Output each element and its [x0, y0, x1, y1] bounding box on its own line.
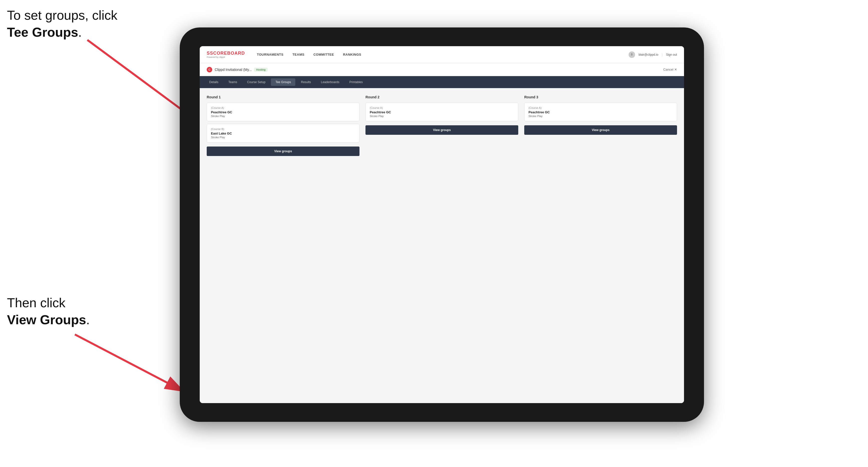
round-1-course-a-format: Stroke Play — [211, 115, 355, 118]
tab-tee-groups[interactable]: Tee Groups — [271, 79, 295, 86]
round-1-title: Round 1 — [207, 95, 360, 99]
nav-teams[interactable]: TEAMS — [292, 53, 304, 56]
tab-bar: Details Teams Course Setup Tee Groups Re… — [200, 76, 684, 88]
top-nav: SSCOREBOARD Powered by clippit TOURNAMEN… — [200, 46, 684, 63]
round-1-course-b-label: (Course B) — [211, 128, 355, 130]
logo-area: SSCOREBOARD Powered by clippit — [207, 51, 245, 58]
round-3-course-a-name: Peachtree GC — [528, 110, 673, 114]
rounds-container: Round 1 (Course A) Peachtree GC Stroke P… — [207, 95, 677, 156]
sign-out-link[interactable]: Sign out — [666, 53, 677, 56]
instruction-top: To set groups, click Tee Groups. — [7, 7, 117, 41]
tournament-name: Clippd Invitational (My... — [215, 68, 252, 72]
round-2-course-a-card: (Course A) Peachtree GC Stroke Play — [366, 102, 518, 121]
user-avatar: B — [629, 52, 635, 58]
round-1-course-b-card: (Course B) East Lake GC Stroke Play — [207, 124, 360, 143]
instruction-tee-groups-bold: Tee Groups — [7, 25, 78, 39]
round-2-title: Round 2 — [366, 95, 518, 99]
svg-line-3 — [75, 335, 185, 392]
user-area: B blair@clippd.io | Sign out — [629, 52, 677, 58]
round-1-course-a-label: (Course A) — [211, 106, 355, 109]
tab-details[interactable]: Details — [205, 79, 223, 86]
nav-tournaments[interactable]: TOURNAMENTS — [257, 53, 283, 56]
hosting-badge: Hosting — [254, 68, 267, 72]
round-2-column: Round 2 (Course A) Peachtree GC Stroke P… — [366, 95, 518, 156]
round-3-column: Round 3 (Course A) Peachtree GC Stroke P… — [524, 95, 677, 156]
round-1-course-b-name: East Lake GC — [211, 131, 355, 135]
view-groups-round-2-button[interactable]: View groups — [366, 125, 518, 135]
tablet-device: SSCOREBOARD Powered by clippit TOURNAMEN… — [180, 27, 704, 422]
tab-course-setup[interactable]: Course Setup — [243, 79, 270, 86]
round-1-course-b-format: Stroke Play — [211, 136, 355, 139]
logo-sub: Powered by clippit — [207, 56, 245, 58]
user-email: blair@clippd.io — [639, 53, 658, 56]
round-1-course-a-card: (Course A) Peachtree GC Stroke Play — [207, 102, 360, 121]
cancel-button[interactable]: Cancel ✕ — [663, 68, 677, 71]
round-2-course-a-name: Peachtree GC — [370, 110, 514, 114]
round-1-course-a-name: Peachtree GC — [211, 110, 355, 114]
logo-scoreboard: SSCOREBOARD — [207, 51, 245, 56]
round-3-course-a-card: (Course A) Peachtree GC Stroke Play — [524, 102, 677, 121]
instruction-view-groups-bold: View Groups — [7, 312, 86, 327]
view-groups-round-1-button[interactable]: View groups — [207, 147, 360, 156]
instruction-bottom-line1: Then click — [7, 295, 65, 310]
round-3-course-a-format: Stroke Play — [528, 115, 673, 118]
tournament-title: C Clippd Invitational (My... Hosting — [207, 67, 268, 72]
view-groups-round-3-button[interactable]: View groups — [524, 125, 677, 135]
tab-printables[interactable]: Printables — [345, 79, 367, 86]
tab-results[interactable]: Results — [296, 79, 315, 86]
nav-rankings[interactable]: RANKINGS — [343, 53, 361, 56]
main-content: Round 1 (Course A) Peachtree GC Stroke P… — [200, 88, 684, 403]
round-3-title: Round 3 — [524, 95, 677, 99]
nav-committee[interactable]: COMMITTEE — [313, 53, 334, 56]
sub-header: C Clippd Invitational (My... Hosting Can… — [200, 63, 684, 76]
round-2-course-a-format: Stroke Play — [370, 115, 514, 118]
tournament-logo: C — [207, 67, 212, 72]
round-2-course-a-label: (Course A) — [370, 106, 514, 109]
tab-teams[interactable]: Teams — [224, 79, 242, 86]
tablet-screen: SSCOREBOARD Powered by clippit TOURNAMEN… — [200, 46, 684, 403]
round-1-column: Round 1 (Course A) Peachtree GC Stroke P… — [207, 95, 360, 156]
round-3-course-a-label: (Course A) — [528, 106, 673, 109]
instruction-bottom: Then click View Groups. — [7, 294, 90, 328]
tab-leaderboards[interactable]: Leaderboards — [316, 79, 344, 86]
instruction-top-line1: To set groups, click — [7, 8, 117, 23]
